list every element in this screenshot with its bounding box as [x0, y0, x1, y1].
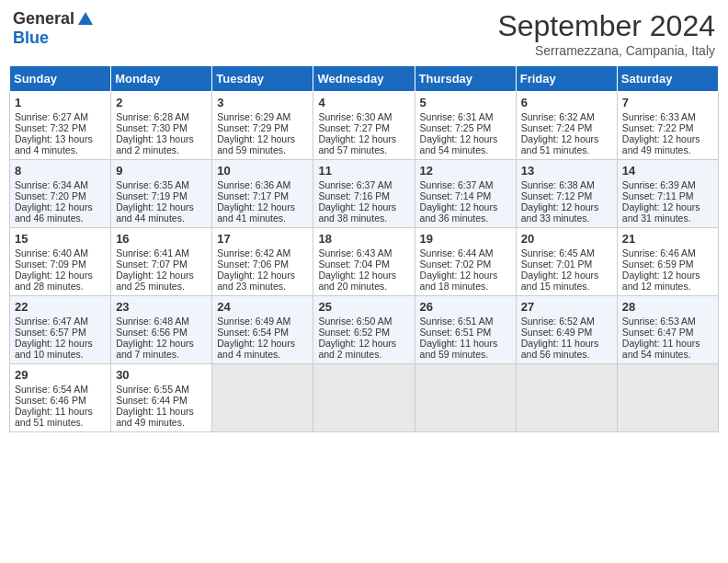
- day-info-line: Daylight: 12 hours: [15, 201, 106, 213]
- day-info-line: Sunrise: 6:37 AM: [318, 179, 409, 190]
- calendar-week-row: 29Sunrise: 6:54 AMSunset: 6:46 PMDayligh…: [10, 364, 719, 432]
- title-section: September 2024 Serramezzana, Campania, I…: [497, 9, 715, 58]
- day-info-line: Sunset: 7:01 PM: [521, 259, 612, 270]
- day-info-line: Sunrise: 6:31 AM: [420, 111, 511, 122]
- day-info-line: Sunset: 6:46 PM: [15, 395, 106, 406]
- calendar-cell: 21Sunrise: 6:46 AMSunset: 6:59 PMDayligh…: [617, 228, 718, 296]
- day-info-line: Sunset: 6:57 PM: [15, 327, 106, 338]
- day-number: 26: [420, 300, 511, 314]
- day-number: 18: [318, 232, 409, 246]
- logo: General Blue: [13, 9, 95, 48]
- day-info-line: and 59 minutes.: [420, 349, 511, 360]
- day-info-line: and 54 minutes.: [420, 144, 511, 155]
- weekday-header-tuesday: Tuesday: [212, 66, 313, 92]
- day-info-line: Sunset: 6:47 PM: [622, 327, 713, 338]
- day-info-line: Sunset: 7:06 PM: [217, 259, 308, 270]
- day-number: 20: [521, 232, 612, 246]
- day-info-line: Sunrise: 6:29 AM: [217, 111, 308, 122]
- day-info-line: Sunrise: 6:46 AM: [622, 247, 713, 259]
- day-info-line: Sunset: 7:09 PM: [15, 259, 106, 270]
- day-info-line: and 12 minutes.: [622, 281, 713, 292]
- calendar-cell: [415, 364, 516, 432]
- day-number: 9: [116, 164, 207, 178]
- calendar-cell: 22Sunrise: 6:47 AMSunset: 6:57 PMDayligh…: [10, 296, 111, 364]
- day-info-line: and 59 minutes.: [217, 144, 308, 155]
- weekday-header-wednesday: Wednesday: [313, 66, 415, 92]
- day-info-line: Daylight: 12 hours: [318, 201, 409, 213]
- calendar-week-row: 1Sunrise: 6:27 AMSunset: 7:32 PMDaylight…: [10, 92, 719, 160]
- day-info-line: and 25 minutes.: [116, 281, 207, 292]
- calendar-cell: 14Sunrise: 6:39 AMSunset: 7:11 PMDayligh…: [617, 160, 718, 228]
- day-info-line: and 49 minutes.: [622, 144, 713, 155]
- day-info-line: and 20 minutes.: [318, 281, 409, 292]
- day-info-line: Sunset: 7:04 PM: [318, 259, 409, 270]
- day-number: 25: [318, 300, 409, 314]
- day-number: 16: [116, 232, 207, 246]
- day-info-line: Sunrise: 6:34 AM: [15, 179, 106, 190]
- calendar-cell: 19Sunrise: 6:44 AMSunset: 7:02 PMDayligh…: [415, 228, 516, 296]
- day-info-line: and 51 minutes.: [521, 144, 612, 155]
- logo-blue-text: Blue: [13, 29, 49, 48]
- day-info-line: Daylight: 12 hours: [116, 270, 207, 281]
- day-number: 17: [217, 232, 308, 246]
- day-number: 27: [521, 300, 612, 314]
- day-number: 21: [622, 232, 713, 246]
- day-info-line: Sunset: 6:52 PM: [318, 327, 409, 338]
- day-info-line: and 44 minutes.: [116, 213, 207, 224]
- day-info-line: Sunset: 7:22 PM: [622, 122, 713, 133]
- day-info-line: Sunrise: 6:55 AM: [116, 384, 207, 395]
- day-info-line: and 38 minutes.: [318, 213, 409, 224]
- day-info-line: Sunset: 7:29 PM: [217, 122, 308, 133]
- day-info-line: Sunrise: 6:48 AM: [116, 316, 207, 327]
- day-number: 11: [318, 164, 409, 178]
- day-number: 24: [217, 300, 308, 314]
- day-number: 7: [622, 96, 713, 109]
- day-info-line: Daylight: 12 hours: [521, 270, 612, 281]
- day-info-line: Sunset: 6:56 PM: [116, 327, 207, 338]
- day-info-line: Sunrise: 6:33 AM: [622, 111, 713, 122]
- day-info-line: and 2 minutes.: [116, 144, 207, 155]
- day-info-line: Daylight: 12 hours: [521, 201, 612, 213]
- day-info-line: Sunrise: 6:30 AM: [318, 111, 409, 122]
- calendar-cell: 3Sunrise: 6:29 AMSunset: 7:29 PMDaylight…: [212, 92, 313, 160]
- calendar-cell: [516, 364, 617, 432]
- calendar-cell: 30Sunrise: 6:55 AMSunset: 6:44 PMDayligh…: [111, 364, 212, 432]
- day-info-line: Daylight: 12 hours: [318, 270, 409, 281]
- calendar-cell: 24Sunrise: 6:49 AMSunset: 6:54 PMDayligh…: [212, 296, 313, 364]
- location-text: Serramezzana, Campania, Italy: [497, 43, 715, 58]
- day-info-line: and 31 minutes.: [622, 213, 713, 224]
- calendar-cell: 26Sunrise: 6:51 AMSunset: 6:51 PMDayligh…: [415, 296, 516, 364]
- calendar-cell: [212, 364, 313, 432]
- day-info-line: and 2 minutes.: [318, 349, 409, 360]
- day-info-line: Sunrise: 6:36 AM: [217, 179, 308, 190]
- day-info-line: Daylight: 11 hours: [420, 338, 511, 349]
- day-info-line: and 7 minutes.: [116, 349, 207, 360]
- day-info-line: Sunrise: 6:38 AM: [521, 179, 612, 190]
- calendar-cell: 7Sunrise: 6:33 AMSunset: 7:22 PMDaylight…: [617, 92, 718, 160]
- calendar-cell: 2Sunrise: 6:28 AMSunset: 7:30 PMDaylight…: [111, 92, 212, 160]
- day-info-line: Sunset: 7:02 PM: [420, 259, 511, 270]
- day-info-line: and 28 minutes.: [15, 281, 106, 292]
- day-info-line: and 23 minutes.: [217, 281, 308, 292]
- day-info-line: Daylight: 12 hours: [318, 338, 409, 349]
- calendar-cell: 9Sunrise: 6:35 AMSunset: 7:19 PMDaylight…: [111, 160, 212, 228]
- day-number: 29: [15, 368, 106, 382]
- weekday-header-row: SundayMondayTuesdayWednesdayThursdayFrid…: [10, 66, 719, 92]
- day-info-line: Sunrise: 6:32 AM: [521, 111, 612, 122]
- day-number: 10: [217, 164, 308, 178]
- calendar-cell: 5Sunrise: 6:31 AMSunset: 7:25 PMDaylight…: [415, 92, 516, 160]
- month-title: September 2024: [497, 9, 715, 43]
- day-info-line: and 18 minutes.: [420, 281, 511, 292]
- day-info-line: Daylight: 11 hours: [15, 406, 106, 417]
- day-info-line: Daylight: 12 hours: [521, 133, 612, 144]
- day-info-line: Daylight: 12 hours: [217, 338, 308, 349]
- day-info-line: Sunset: 7:20 PM: [15, 190, 106, 201]
- day-info-line: Sunset: 7:07 PM: [116, 259, 207, 270]
- day-info-line: Sunrise: 6:41 AM: [116, 247, 207, 259]
- calendar-cell: 13Sunrise: 6:38 AMSunset: 7:12 PMDayligh…: [516, 160, 617, 228]
- day-number: 28: [622, 300, 713, 314]
- day-info-line: Daylight: 12 hours: [622, 201, 713, 213]
- day-number: 5: [420, 96, 511, 109]
- page-header: General Blue September 2024 Serramezzana…: [9, 9, 719, 58]
- day-info-line: Sunset: 7:17 PM: [217, 190, 308, 201]
